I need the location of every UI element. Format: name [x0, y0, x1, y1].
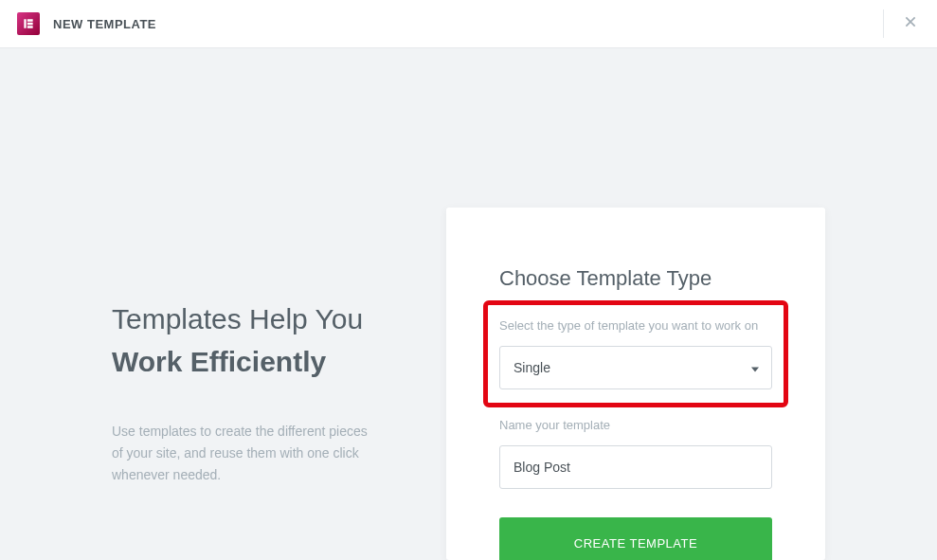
- highlighted-field-group: Select the type of template you want to …: [483, 300, 788, 407]
- info-panel: Templates Help You Work Efficiently Use …: [0, 48, 446, 560]
- modal-header: NEW TEMPLATE: [0, 0, 937, 48]
- headline-text: Templates Help You: [112, 303, 363, 334]
- modal-title: NEW TEMPLATE: [53, 17, 156, 31]
- description-text: Use templates to create the different pi…: [112, 421, 377, 486]
- form-title: Choose Template Type: [499, 266, 772, 291]
- template-type-label: Select the type of template you want to …: [499, 317, 772, 334]
- headline-strong: Work Efficiently: [112, 346, 326, 377]
- close-button[interactable]: [883, 9, 918, 38]
- template-name-input[interactable]: [499, 445, 772, 489]
- modal-body: Templates Help You Work Efficiently Use …: [0, 48, 937, 560]
- template-type-select[interactable]: Single: [499, 346, 772, 389]
- headline: Templates Help You Work Efficiently: [112, 298, 408, 383]
- elementor-logo-icon: [17, 12, 40, 35]
- form-panel: Choose Template Type Select the type of …: [446, 208, 825, 560]
- close-icon: [903, 14, 918, 33]
- template-name-label: Name your template: [499, 417, 772, 434]
- create-template-button[interactable]: CREATE TEMPLATE: [499, 517, 772, 560]
- template-type-select-wrap: Single: [499, 346, 772, 389]
- template-name-group: Name your template: [499, 417, 772, 489]
